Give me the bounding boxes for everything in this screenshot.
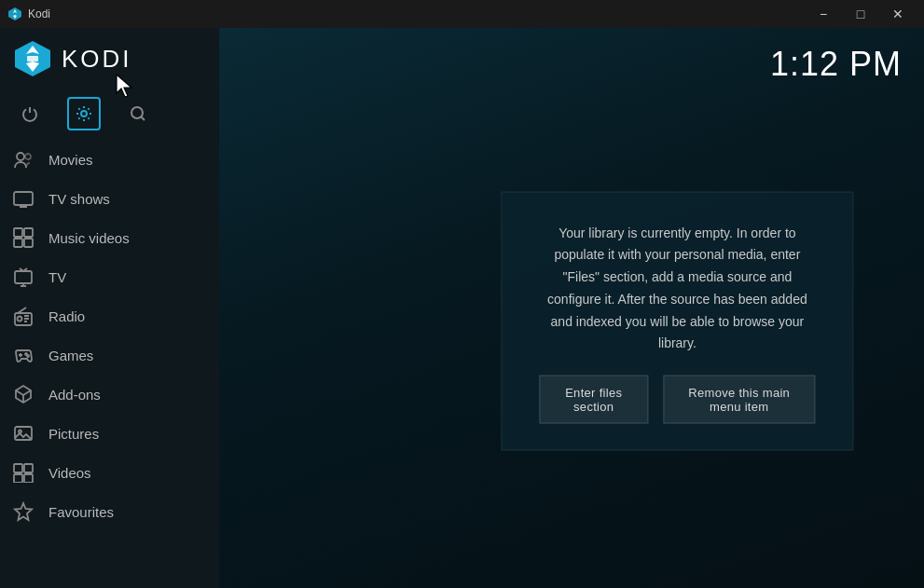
tvshows-icon: [13, 188, 34, 209]
pictures-icon: [13, 423, 34, 444]
svg-point-10: [25, 154, 31, 159]
empty-library-message: Your library is currently empty. In orde…: [539, 222, 815, 355]
svg-point-8: [131, 107, 143, 118]
addons-icon: [13, 384, 34, 404]
sidebar-item-games-label: Games: [48, 348, 93, 363]
sidebar-item-musicvideos[interactable]: Music videos: [0, 218, 219, 257]
sidebar-item-movies[interactable]: Movies: [0, 140, 219, 179]
svg-point-7: [81, 111, 87, 116]
musicvideos-icon: [13, 227, 34, 248]
sidebar-item-videos[interactable]: Videos: [0, 453, 219, 492]
svg-rect-25: [14, 474, 22, 483]
videos-icon: [13, 462, 34, 483]
sidebar-topbar: [0, 91, 219, 140]
tv-icon: [13, 267, 34, 287]
svg-marker-27: [15, 503, 32, 520]
sidebar-item-pictures-label: Pictures: [48, 426, 99, 442]
sidebar-item-pictures[interactable]: Pictures: [0, 414, 219, 453]
games-icon: [13, 345, 34, 365]
sidebar-item-favourites-label: Favourites: [48, 504, 114, 520]
sidebar-item-radio-label: Radio: [48, 308, 85, 324]
svg-rect-23: [14, 464, 22, 472]
svg-rect-13: [24, 228, 33, 237]
sidebar: KODI: [0, 28, 219, 588]
settings-icon: [75, 104, 93, 123]
main-layout: KODI: [0, 28, 924, 588]
sidebar-item-videos-label: Videos: [48, 465, 91, 481]
kodi-logo-area: KODI: [0, 37, 219, 91]
maximize-button[interactable]: □: [842, 0, 879, 28]
sidebar-item-tv[interactable]: TV: [0, 257, 219, 296]
sidebar-item-tvshows[interactable]: TV shows: [0, 179, 219, 218]
titlebar: Kodi − □ ✕: [0, 0, 924, 28]
minimize-button[interactable]: −: [805, 0, 842, 28]
svg-rect-12: [14, 228, 22, 237]
kodi-logo-icon: [13, 39, 52, 78]
sidebar-item-addons[interactable]: Add-ons: [0, 375, 219, 414]
svg-rect-26: [24, 474, 33, 483]
svg-point-9: [17, 153, 24, 160]
svg-point-20: [27, 355, 29, 357]
svg-rect-14: [14, 239, 22, 247]
close-button[interactable]: ✕: [879, 0, 917, 28]
kodi-logo-text: KODI: [62, 45, 132, 74]
enter-files-button[interactable]: Enter files section: [539, 376, 648, 424]
svg-point-22: [19, 431, 21, 433]
titlebar-app-name: Kodi: [28, 7, 50, 21]
remove-menu-item-button[interactable]: Remove this main menu item: [663, 376, 815, 424]
sidebar-item-tvshows-label: TV shows: [48, 191, 110, 207]
radio-icon: [13, 306, 34, 326]
search-button[interactable]: [121, 97, 155, 130]
settings-button[interactable]: [67, 97, 101, 130]
sidebar-item-tv-label: TV: [48, 269, 66, 285]
titlebar-controls: − □ ✕: [805, 0, 917, 28]
sidebar-item-musicvideos-label: Music videos: [48, 230, 130, 246]
sidebar-item-addons-label: Add-ons: [48, 387, 101, 403]
svg-rect-15: [24, 239, 33, 247]
svg-rect-16: [15, 271, 32, 283]
svg-rect-11: [14, 192, 33, 205]
power-button[interactable]: [13, 97, 47, 130]
sidebar-item-games[interactable]: Games: [0, 335, 219, 375]
search-icon: [129, 104, 147, 123]
titlebar-left: Kodi: [7, 7, 50, 21]
svg-rect-24: [24, 464, 33, 472]
kodi-title-icon: [7, 7, 22, 21]
sidebar-item-radio[interactable]: Radio: [0, 296, 219, 335]
power-icon: [21, 104, 39, 123]
svg-rect-6: [27, 56, 38, 62]
content-area: 1:12 PM Your library is currently empty.…: [219, 28, 924, 588]
favourites-icon: [13, 501, 34, 522]
empty-library-card: Your library is currently empty. In orde…: [501, 191, 853, 451]
card-buttons: Enter files section Remove this main men…: [539, 376, 815, 424]
movies-icon: [13, 149, 34, 170]
sidebar-item-favourites[interactable]: Favourites: [0, 492, 219, 531]
clock: 1:12 PM: [770, 45, 902, 84]
svg-point-18: [18, 317, 22, 321]
sidebar-item-movies-label: Movies: [48, 152, 93, 168]
